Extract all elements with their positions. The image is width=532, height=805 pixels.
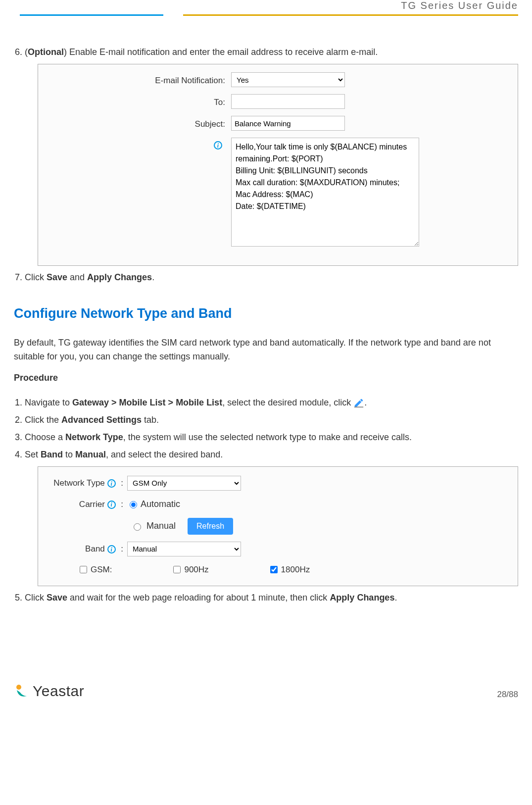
svg-rect-0 xyxy=(354,406,363,407)
svg-point-1 xyxy=(16,685,21,690)
email-to-input[interactable] xyxy=(231,94,345,109)
edit-icon xyxy=(353,398,364,408)
1800hz-label: 1800Hz xyxy=(281,563,310,576)
refresh-button[interactable]: Refresh xyxy=(188,518,233,535)
band-select[interactable]: Manual xyxy=(127,542,241,556)
email-notification-screenshot: E-mail Notification: Yes To: Subject: xyxy=(38,64,518,266)
network-type-label: Network Type : xyxy=(48,477,127,490)
header-title: TG Series User Guide xyxy=(0,0,532,14)
band-label: Band : xyxy=(48,543,127,555)
step-7: Click Save and Apply Changes. xyxy=(25,271,518,284)
optional-label: Optional xyxy=(28,47,64,57)
section-intro: By default, TG gateway identifies the SI… xyxy=(14,336,518,364)
carrier-manual-label: Manual xyxy=(146,519,176,533)
header-divider xyxy=(20,14,518,16)
section-title: Configure Network Type and Band xyxy=(14,306,518,321)
900hz-checkbox[interactable] xyxy=(173,566,181,573)
gsm-checkbox[interactable] xyxy=(80,566,87,573)
logo-icon xyxy=(14,683,30,699)
brand-logo: Yeastar xyxy=(14,683,84,700)
info-icon[interactable] xyxy=(107,501,116,509)
proc-step-4: Set Band to Manual, and select the desir… xyxy=(25,448,518,587)
proc-step-2: Click the Advanced Settings tab. xyxy=(25,413,518,427)
procedure-heading: Procedure xyxy=(14,373,518,383)
email-notification-select[interactable]: Yes xyxy=(231,72,345,87)
info-icon[interactable] xyxy=(107,545,116,553)
info-icon[interactable] xyxy=(214,141,222,150)
email-subject-label: Subject: xyxy=(48,116,231,131)
carrier-auto-label: Automatic xyxy=(141,498,180,511)
page-number: 28/88 xyxy=(497,690,518,700)
email-subject-input[interactable] xyxy=(231,116,345,131)
1800hz-checkbox[interactable] xyxy=(270,566,278,573)
email-body-textarea[interactable]: Hello,Your talk time is only $(BALANCE) … xyxy=(231,138,419,247)
step-6: (Optional) Enable E-mail notification an… xyxy=(25,46,518,266)
carrier-label: Carrier : xyxy=(48,498,127,511)
email-notification-label: E-mail Notification: xyxy=(48,72,231,87)
carrier-manual-radio[interactable] xyxy=(134,523,141,531)
network-type-screenshot: Network Type : GSM Only Carrier : Automa… xyxy=(38,466,518,587)
900hz-label: 900Hz xyxy=(184,563,208,576)
proc-step-5: Click Save and wait for the web page rel… xyxy=(25,591,518,604)
network-type-select[interactable]: GSM Only xyxy=(127,476,241,491)
logo-text: Yeastar xyxy=(33,683,84,700)
proc-step-1: Navigate to Gateway > Mobile List > Mobi… xyxy=(25,396,518,409)
proc-step-3: Choose a Network Type, the system will u… xyxy=(25,431,518,444)
gsm-label: GSM: xyxy=(91,563,112,576)
info-icon[interactable] xyxy=(107,479,116,488)
carrier-auto-radio[interactable] xyxy=(130,501,137,508)
email-to-label: To: xyxy=(48,94,231,109)
